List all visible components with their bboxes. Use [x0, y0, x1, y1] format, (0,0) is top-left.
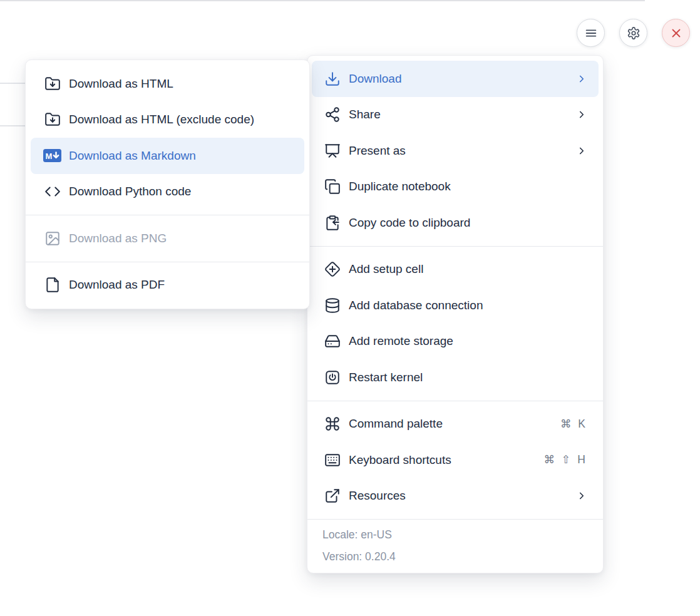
header-divider	[0, 0, 645, 1]
menu-item-meta: ⌘ ⇧ H	[543, 453, 587, 466]
menu-group: Download as PNG	[26, 220, 309, 257]
gear-icon	[627, 26, 641, 40]
menu-item-add-setup-cell[interactable]: Add setup cell	[312, 252, 599, 288]
hamburger-icon	[584, 26, 598, 40]
file-icon	[43, 277, 61, 293]
menu-item-download-as-html[interactable]: Download as HTML	[31, 66, 304, 102]
menu-item-copy-code-to-clipboard[interactable]: Copy code to clipboard	[312, 205, 599, 241]
folder-down-icon	[43, 76, 61, 92]
menu-item-label: Download as PDF	[69, 278, 292, 292]
presentation-icon	[323, 143, 341, 159]
keyboard-shortcut-hint: ⌘ K	[560, 418, 587, 431]
menu-divider	[307, 401, 603, 401]
code-icon	[43, 183, 61, 200]
menu-item-restart-kernel[interactable]: Restart kernel	[312, 359, 599, 396]
menu-item-download-as-markdown[interactable]: MDownload as Markdown	[31, 138, 304, 174]
menu-item-command-palette[interactable]: Command palette⌘ K	[312, 406, 599, 443]
menu-item-meta	[576, 73, 587, 85]
menu-item-resources[interactable]: Resources	[312, 478, 599, 515]
menu-group: Download as PDF	[26, 267, 309, 304]
external-link-icon	[323, 488, 341, 504]
menu-item-label: Command palette	[349, 417, 553, 431]
svg-text:M: M	[46, 151, 53, 161]
menu-item-download-as-png: Download as PNG	[31, 220, 304, 257]
keyboard-shortcut-hint: ⌘ ⇧ H	[543, 453, 587, 466]
clipboard-copy-icon	[323, 215, 341, 231]
menu-item-label: Download	[349, 72, 569, 86]
version-text: Version: 0.20.4	[322, 546, 588, 568]
menu-footer: Locale: en-US Version: 0.20.4	[307, 519, 603, 573]
database-icon	[323, 297, 341, 314]
download-icon	[323, 71, 341, 87]
menu-item-label: Add setup cell	[349, 262, 587, 276]
menu-item-label: Duplicate notebook	[349, 180, 587, 193]
chevron-right-icon	[576, 73, 587, 85]
menu-group: DownloadSharePresent asDuplicate noteboo…	[307, 61, 603, 241]
menu-group: Download as HTMLDownload as HTML (exclud…	[26, 66, 309, 210]
menu-item-label: Present as	[349, 144, 569, 158]
menu-item-meta	[576, 490, 587, 501]
settings-button[interactable]	[619, 19, 647, 47]
menu-item-present-as[interactable]: Present as	[312, 133, 599, 169]
menu-group: Command palette⌘ KKeyboard shortcuts⌘ ⇧ …	[307, 406, 603, 515]
chevron-right-icon	[576, 490, 587, 501]
menu-divider	[307, 246, 603, 247]
menu-item-meta	[576, 109, 587, 120]
menu-divider	[26, 215, 309, 215]
menu-item-label: Download as Markdown	[69, 149, 292, 163]
background-content-line	[0, 83, 26, 84]
menu-item-label: Add database connection	[349, 299, 587, 312]
menu-button[interactable]	[577, 19, 605, 47]
chevron-right-icon	[576, 109, 587, 120]
menu-item-meta: ⌘ K	[560, 418, 587, 431]
power-icon	[323, 369, 341, 386]
chevron-right-icon	[576, 145, 587, 157]
notebook-actions-toolbar	[577, 19, 690, 47]
background-content-line	[0, 125, 26, 126]
diamond-plus-icon	[323, 261, 341, 277]
menu-item-meta	[576, 145, 587, 157]
menu-item-download-as-html-exclude-code[interactable]: Download as HTML (exclude code)	[31, 102, 304, 138]
menu-item-duplicate-notebook[interactable]: Duplicate notebook	[312, 169, 599, 205]
folder-down-icon	[43, 111, 61, 128]
notebook-menu: DownloadSharePresent asDuplicate noteboo…	[307, 55, 604, 573]
close-icon	[669, 26, 683, 40]
copy-icon	[323, 178, 341, 195]
menu-item-label: Download as PNG	[69, 232, 292, 245]
menu-item-keyboard-shortcuts[interactable]: Keyboard shortcuts⌘ ⇧ H	[312, 442, 599, 478]
menu-item-download-as-pdf[interactable]: Download as PDF	[31, 267, 304, 304]
share-icon	[323, 106, 341, 123]
markdown-icon: M	[43, 149, 61, 162]
keyboard-icon	[323, 452, 341, 468]
menu-item-add-remote-storage[interactable]: Add remote storage	[312, 324, 599, 360]
menu-group: Add setup cellAdd database connectionAdd…	[307, 252, 603, 396]
menu-item-add-database-connection[interactable]: Add database connection	[312, 287, 599, 324]
menu-item-share[interactable]: Share	[312, 97, 599, 133]
command-icon	[323, 416, 341, 432]
hard-drive-icon	[323, 333, 341, 349]
app-background: Download as HTMLDownload as HTML (exclud…	[0, 0, 700, 616]
menu-item-label: Download as HTML	[69, 77, 292, 91]
download-submenu: Download as HTMLDownload as HTML (exclud…	[25, 59, 310, 309]
menu-divider	[26, 262, 309, 262]
menu-item-download[interactable]: Download	[312, 61, 599, 97]
menu-item-download-python-code[interactable]: Download Python code	[31, 174, 304, 210]
locale-text: Locale: en-US	[322, 524, 588, 546]
menu-item-label: Share	[349, 108, 569, 121]
menu-item-label: Download Python code	[69, 185, 292, 198]
close-button[interactable]	[662, 19, 690, 47]
menu-item-label: Restart kernel	[349, 371, 587, 384]
menu-item-label: Download as HTML (exclude code)	[69, 113, 292, 126]
image-icon	[43, 230, 61, 247]
menu-item-label: Copy code to clipboard	[349, 216, 587, 230]
menu-item-label: Keyboard shortcuts	[349, 453, 536, 467]
menu-item-label: Add remote storage	[349, 334, 587, 348]
menu-item-label: Resources	[349, 489, 569, 503]
